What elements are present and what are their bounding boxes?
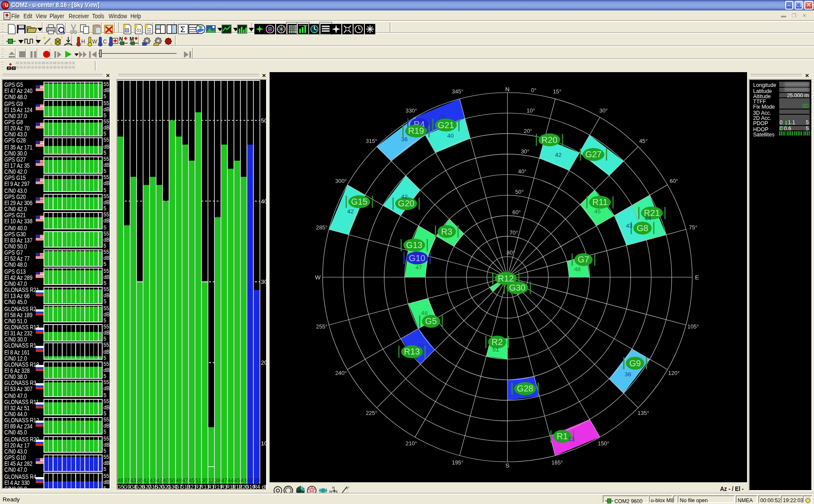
svg-text:N: N <box>505 86 510 92</box>
svg-text:47: 47 <box>221 477 227 483</box>
svg-text:R2: R2 <box>492 337 503 346</box>
svg-text:30: 30 <box>261 278 266 285</box>
svg-text:44: 44 <box>644 215 651 221</box>
svg-text:N: N <box>119 36 123 42</box>
svg-text:43: 43 <box>626 222 632 229</box>
svg-text:300°: 300° <box>335 177 347 184</box>
svg-text:Σ: Σ <box>180 24 185 33</box>
svg-text:36: 36 <box>401 136 407 142</box>
svg-text:R3: R3 <box>441 226 453 236</box>
svg-text:43: 43 <box>130 477 137 483</box>
svg-text:38: 38 <box>215 477 221 483</box>
svg-text:40: 40 <box>261 198 266 204</box>
svg-text:G10: G10 <box>409 253 425 262</box>
svg-text:315°: 315° <box>366 137 377 144</box>
svg-text:R19: R19 <box>408 126 424 135</box>
svg-text:42: 42 <box>347 208 354 214</box>
svg-text:E: E <box>695 274 699 280</box>
svg-text:48: 48 <box>574 265 580 272</box>
svg-text:47: 47 <box>415 264 422 270</box>
svg-text:N: N <box>332 486 334 490</box>
svg-text:R1: R1 <box>557 431 568 441</box>
svg-text:30: 30 <box>137 477 143 483</box>
svg-text:60°: 60° <box>670 177 678 184</box>
svg-text:37: 37 <box>124 477 130 483</box>
svg-text:42: 42 <box>401 193 407 199</box>
svg-text:330°: 330° <box>406 107 417 113</box>
svg-text:10°: 10° <box>527 107 535 113</box>
svg-text:G28: G28 <box>517 383 534 393</box>
svg-text:dB: dB <box>262 483 266 489</box>
svg-text:40: 40 <box>163 477 169 483</box>
svg-text:G13: G13 <box>406 240 423 249</box>
svg-text:30°: 30° <box>521 148 529 154</box>
svg-text:42: 42 <box>157 477 163 483</box>
svg-text:345°: 345° <box>452 88 463 94</box>
svg-text:C: C <box>103 38 107 44</box>
svg-text:36: 36 <box>624 371 631 377</box>
svg-text:H: H <box>81 38 85 44</box>
svg-text:135°: 135° <box>637 409 649 416</box>
svg-text:G8: G8 <box>637 223 648 232</box>
svg-text:W: W <box>315 274 321 280</box>
svg-text:01: 01 <box>136 28 141 33</box>
svg-text:51: 51 <box>492 346 499 352</box>
svg-text:43: 43 <box>150 477 156 483</box>
svg-text:51: 51 <box>195 477 201 483</box>
svg-text:12: 12 <box>208 477 214 483</box>
svg-text:80°: 80° <box>507 249 515 255</box>
svg-text:G21: G21 <box>437 120 454 129</box>
svg-text:30: 30 <box>202 477 208 483</box>
svg-text:45: 45 <box>234 477 240 483</box>
svg-text:42: 42 <box>555 151 561 158</box>
svg-text:210°: 210° <box>406 440 417 446</box>
svg-text:10: 10 <box>261 440 266 446</box>
svg-text:G5: G5 <box>425 316 437 325</box>
svg-text:40: 40 <box>447 132 454 139</box>
svg-text:105°: 105° <box>687 323 699 329</box>
svg-text:150°: 150° <box>598 440 609 446</box>
svg-text:75°: 75° <box>689 224 697 230</box>
svg-text:G9: G9 <box>629 358 641 368</box>
svg-text:45°: 45° <box>639 137 647 144</box>
svg-text:S: S <box>505 462 509 468</box>
svg-text:47: 47 <box>247 477 253 483</box>
svg-text:50°: 50° <box>515 188 524 195</box>
svg-text:240°: 240° <box>335 369 347 376</box>
svg-text:G20: G20 <box>398 198 414 208</box>
svg-text:G7: G7 <box>577 254 589 264</box>
svg-text:44: 44 <box>228 477 234 483</box>
svg-text:G15: G15 <box>351 196 367 206</box>
svg-text:48: 48 <box>176 477 182 483</box>
svg-text:20: 20 <box>261 359 266 365</box>
svg-text:R12: R12 <box>498 273 514 283</box>
svg-text:0°: 0° <box>531 86 536 93</box>
svg-text:45: 45 <box>594 208 600 214</box>
svg-text:48: 48 <box>117 477 123 483</box>
svg-text:165°: 165° <box>551 459 563 465</box>
svg-text:13: 13 <box>568 435 574 442</box>
svg-text:195°: 195° <box>452 459 463 465</box>
svg-text:70°: 70° <box>510 229 518 235</box>
svg-text:30°: 30° <box>599 107 607 113</box>
svg-text:R4: R4 <box>253 484 260 489</box>
svg-text:45: 45 <box>189 477 195 483</box>
svg-text:15°: 15° <box>553 88 561 94</box>
svg-text:R20: R20 <box>541 135 557 144</box>
svg-text:50: 50 <box>169 477 175 483</box>
svg-text:29: 29 <box>417 342 424 348</box>
svg-text:43: 43 <box>241 477 247 483</box>
svg-text:285°: 285° <box>316 224 327 230</box>
svg-text:R11: R11 <box>592 197 607 206</box>
svg-text:26: 26 <box>439 113 445 119</box>
svg-text:42: 42 <box>143 477 150 483</box>
svg-text:G30: G30 <box>509 282 526 292</box>
svg-text:120°: 120° <box>668 369 680 376</box>
svg-text:M: M <box>129 36 133 42</box>
svg-text:50: 50 <box>261 117 266 123</box>
svg-text:48: 48 <box>421 309 427 316</box>
svg-text:60°: 60° <box>512 209 520 215</box>
svg-text:47: 47 <box>182 477 188 483</box>
svg-text:G27: G27 <box>585 149 602 159</box>
svg-text:0°: 0° <box>346 486 349 490</box>
